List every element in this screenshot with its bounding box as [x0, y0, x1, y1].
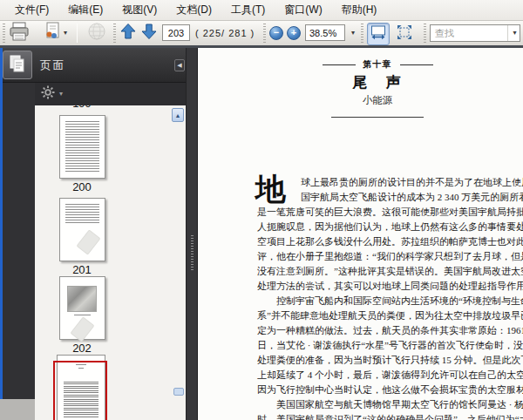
menu-document[interactable]: 文档(D) [166, 0, 221, 20]
thumbnail-panel: 199 200 201 202 ▲ [35, 105, 186, 420]
document-text-line: 控制宇宙飞船内和国际空间站内生活环境的“环境控制与生命支持体 [257, 294, 523, 308]
thumbnail-watermark [76, 229, 100, 254]
document-text-line: 日，当艾伦 · 谢泼德执行“水星”号飞行器的首次飞行使命时，没有任何 [257, 338, 523, 353]
document-text-line: 球上最昂贵的厕所的设计目的并不是为了在地球上使用。为美 [301, 175, 523, 190]
thumbnail-text-lines [65, 121, 99, 172]
fit-page-icon [397, 24, 412, 44]
chapter-title: 尾 声 [198, 72, 523, 92]
caret-down-icon: ▾ [513, 30, 516, 37]
find-placeholder: 查找 [431, 27, 507, 40]
current-page-selection-box [53, 361, 107, 420]
menu-help[interactable]: 帮助(H) [332, 0, 387, 20]
thumbnail-page-202[interactable] [59, 276, 105, 340]
fit-width-icon [370, 25, 386, 44]
document-view[interactable]: 第十章 尾 声 小能源 地 球上最昂贵的厕所的设计目的并不是为了在地球上使用。为… [198, 48, 523, 420]
find-dropdown-button[interactable]: ▾ [507, 25, 520, 41]
toolbar-grip[interactable] [263, 24, 266, 43]
document-body-text: 球上最昂贵的厕所的设计目的并不是为了在地球上使用。为美 国宇航局太空飞船设计的成… [257, 175, 523, 420]
fit-width-button[interactable] [367, 23, 390, 45]
chapter-rule-left [323, 64, 356, 65]
zoom-dropdown-button[interactable]: ▾ [346, 23, 358, 44]
collapse-sidebar-button[interactable]: ◀ [174, 59, 185, 71]
pages-panel-button[interactable] [3, 51, 32, 79]
next-page-button[interactable] [139, 23, 159, 44]
down-arrow-icon [140, 23, 158, 44]
up-arrow-icon [119, 23, 137, 44]
page-number-input[interactable]: 203 [162, 24, 190, 41]
thumbnail-page-200[interactable] [59, 115, 105, 179]
thumbnail-label-clipped: 199 [59, 105, 105, 110]
document-text-line: 是一笔荒唐可笑的巨大浪费。这很可能使那些对美国宇航局持批评态度的 [257, 205, 523, 220]
pages-icon [8, 54, 27, 77]
thumbnail-scrollbar-thumb[interactable] [173, 388, 184, 396]
thumbnail-options-row: ▾ [35, 83, 186, 105]
document-text-line: 人扼腕叹息，因为据他们认为，地球上仍然有这么多的事情要处理，在太 [257, 220, 523, 234]
thumbnail-scroll-up-button[interactable]: ▲ [172, 108, 184, 122]
document-text-line: 国宇航局太空飞船设计的成本为 2 340 万美元的厕所看上去简直 [301, 190, 523, 205]
document-text-line: 处理方法的尝试，其实可以对地球上同类问题的处理起指导作用。 [257, 279, 523, 294]
thumbnail-label: 200 [59, 180, 105, 193]
thumbnail-label: 201 [59, 263, 105, 276]
toolbar: ▾ [0, 21, 523, 48]
title-divider-rule [331, 117, 424, 118]
menu-view[interactable]: 视图(V) [112, 0, 166, 20]
thumbnail-watermark [70, 316, 94, 342]
document-text-line: 定为一种糟糕的做法。过去，航天员的条件其实非常原始：1961 年 5 月 5 [257, 323, 523, 338]
zoom-level-input[interactable]: 38.5% [305, 24, 345, 41]
zoom-out-button[interactable]: − [269, 26, 283, 40]
document-text-line: 没有注意到厕所。”这种批评其实是错误的。美国宇航局改进太空人员粪便 [257, 264, 523, 279]
document-text-line: 时，美国宇航局意识到了“这的的确确是个问题”，之后他们为“太阳神” [257, 412, 523, 420]
chapter-tag: 第十章 [363, 58, 392, 71]
caret-down-icon: ▾ [64, 30, 67, 37]
menu-file[interactable]: 文件(F) [5, 0, 58, 20]
pdf-reader-window: 文件(F) 编辑(E) 视图(V) 文档(D) 工具(T) 窗口(W) 帮助(H… [0, 0, 523, 420]
menu-window[interactable]: 窗口(W) [275, 0, 331, 20]
sidebar-icon-strip [3, 83, 35, 420]
collaborate-icon [43, 22, 62, 44]
menu-bar: 文件(F) 编辑(E) 视图(V) 文档(D) 工具(T) 窗口(W) 帮助(H… [0, 0, 523, 21]
options-caret-icon[interactable]: ▾ [59, 91, 63, 98]
toolbar-grip[interactable] [424, 24, 426, 43]
thumbnail-text-lines [65, 204, 99, 223]
chapter-subtitle: 小能源 [198, 94, 523, 107]
previous-page-button[interactable] [119, 23, 138, 44]
collaborate-button[interactable]: ▾ [38, 23, 71, 44]
menu-edit[interactable]: 编辑(E) [58, 0, 112, 20]
document-text-line: 处理粪便的准备，因为当时预计飞行只持续 15 分钟。但是此次飞行实际 [257, 353, 523, 368]
gear-icon[interactable] [41, 85, 55, 103]
document-text-line: 系”并不能肆意地处理航天员的粪便，因为往太空中排放垃圾早已经被判 [257, 308, 523, 323]
thumbnail-label: 202 [59, 342, 105, 355]
share-button[interactable] [84, 23, 110, 44]
document-text-line: 空项目上花那么多钱没什么用处。苏拉组织的帕萨克博士也对此进行了批 [257, 234, 523, 249]
document-text-line: 因为飞行控制中心当时认定，他这么做不会损坏宝贵的太空服材料。 [257, 383, 523, 397]
caret-down-icon: ▾ [351, 30, 355, 37]
menu-tools[interactable]: 工具(T) [221, 0, 275, 20]
splitter-grip[interactable] [191, 235, 194, 270]
find-input[interactable]: 查找 ▾ [430, 24, 520, 42]
document-page: 第十章 尾 声 小能源 地 球上最昂贵的厕所的设计目的并不是为了在地球上使用。为… [198, 48, 523, 420]
fit-page-button[interactable] [393, 23, 416, 45]
thumbnail-page-201[interactable] [59, 198, 105, 261]
document-text-line: 美国国家航空与航天博物馆早期太空飞行的馆长阿曼达 · 杨说，此 [257, 397, 523, 412]
panel-splitter[interactable] [186, 48, 198, 420]
share-globe-icon [86, 21, 107, 45]
chapter-rule-right [400, 64, 433, 65]
chapter-header: 第十章 [198, 58, 523, 71]
document-text-line: 评，他在小册子里抱怨道：“我们的科学家只想到了去月球，但是他们根本 [257, 249, 523, 264]
toolbar-grip[interactable] [361, 24, 363, 43]
sidebar-header: 页面 ◀ [0, 48, 186, 83]
toolbar-grip[interactable] [113, 24, 116, 43]
print-button[interactable] [7, 23, 31, 44]
sidebar-bottom-block [0, 399, 35, 420]
sidebar-title: 页面 [40, 48, 65, 83]
toolbar-separator [77, 24, 78, 43]
printer-icon [9, 22, 30, 44]
zoom-in-button[interactable]: + [287, 26, 301, 40]
toolbar-grip[interactable] [3, 24, 5, 43]
page-count-label: ( 225/ 281 ) [195, 28, 255, 38]
document-text-line: 上却延续了 4 个小时，最后，谢泼德得到允许可以在自己的太空服里撒尿， [257, 368, 523, 383]
thumbnail-photo [67, 286, 97, 312]
